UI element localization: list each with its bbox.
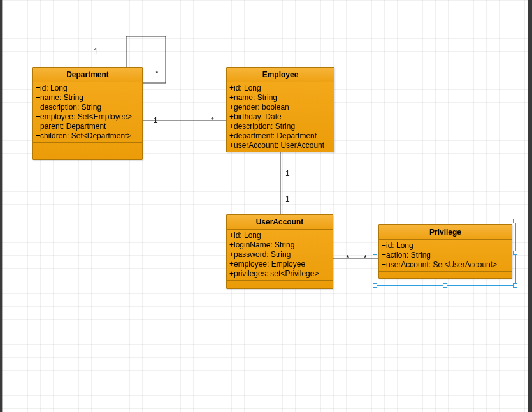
class-title: Department	[33, 68, 142, 82]
class-title: Privilege	[379, 225, 512, 240]
multiplicity-dept-self-star: *	[155, 69, 159, 78]
class-attr: +description: String	[229, 122, 331, 131]
multiplicity-dept-self-1: 1	[94, 47, 98, 56]
class-employee[interactable]: Employee +id: Long +name: String +gender…	[226, 67, 334, 152]
class-attr: +loginName: String	[229, 240, 330, 250]
connection-layer	[2, 0, 528, 412]
class-methods	[379, 272, 512, 278]
resize-handle-w[interactable]	[373, 251, 377, 255]
class-title: UserAccount	[227, 215, 333, 230]
class-attr: +name: String	[36, 93, 140, 103]
class-attributes: +id: Long +loginName: String +password: …	[227, 230, 333, 281]
class-attr: +department: Department	[229, 131, 331, 141]
multiplicity-ua-priv-right: *	[364, 254, 367, 263]
class-department[interactable]: Department +id: Long +name: String +desc…	[32, 67, 143, 160]
multiplicity-emp-ua-top: 1	[285, 169, 290, 178]
resize-handle-n[interactable]	[443, 219, 447, 223]
diagram-canvas-wrapper: 1 * 1 * 1 1 * * Department +id: Long +na…	[2, 0, 528, 412]
resize-handle-sw[interactable]	[373, 283, 377, 288]
class-title: Employee	[227, 68, 334, 82]
class-attr: +children: Set<Department>	[36, 131, 140, 141]
diagram-canvas[interactable]: 1 * 1 * 1 1 * * Department +id: Long +na…	[2, 0, 528, 412]
class-attr: +name: String	[229, 93, 331, 103]
resize-handle-se[interactable]	[513, 283, 517, 288]
class-attr: +userAccount: Set<UserAccount>	[382, 260, 509, 270]
class-attr: +privileges: set<Privilege>	[229, 269, 330, 279]
class-attr: +id: Long	[229, 231, 330, 240]
class-attr: +password: String	[229, 250, 330, 260]
multiplicity-ua-priv-left: *	[346, 254, 349, 263]
class-attr: +userAccount: UserAccount	[229, 141, 331, 151]
resize-handle-s[interactable]	[443, 283, 447, 288]
class-privilege[interactable]: Privilege +id: Long +action: String +use…	[378, 224, 512, 279]
class-attr: +id: Long	[36, 84, 140, 93]
resize-handle-ne[interactable]	[513, 219, 517, 223]
class-attributes: +id: Long +name: String +gender: boolean…	[227, 82, 334, 152]
multiplicity-dept-emp-1: 1	[154, 116, 158, 125]
multiplicity-dept-emp-star: *	[211, 116, 214, 125]
class-methods	[33, 143, 142, 159]
resize-handle-nw[interactable]	[373, 219, 377, 223]
class-methods	[227, 281, 333, 288]
class-attr: +gender: boolean	[229, 103, 331, 112]
class-attributes: +id: Long +action: String +userAccount: …	[379, 240, 512, 272]
class-attr: +employee: Set<Employee>	[36, 112, 140, 122]
class-useraccount[interactable]: UserAccount +id: Long +loginName: String…	[226, 214, 333, 289]
multiplicity-emp-ua-bottom: 1	[285, 195, 290, 203]
class-attributes: +id: Long +name: String +description: St…	[33, 82, 142, 143]
class-attr: +birthday: Date	[229, 112, 331, 122]
class-attr: +parent: Department	[36, 122, 140, 131]
class-attr: +description: String	[36, 103, 140, 112]
class-attr: +action: String	[382, 251, 509, 260]
class-attr: +id: Long	[229, 84, 331, 93]
resize-handle-e[interactable]	[513, 251, 517, 255]
class-attr: +id: Long	[382, 241, 509, 251]
class-attr: +employee: Employee	[229, 260, 330, 269]
